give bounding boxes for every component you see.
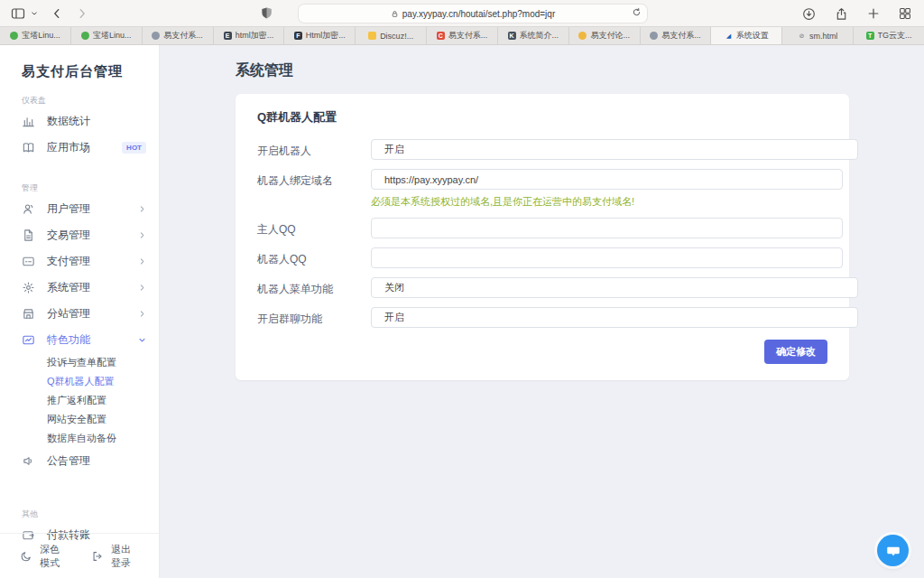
tab-favicon: ◢	[725, 32, 733, 40]
chevron-right-icon	[138, 205, 146, 213]
back-icon[interactable]	[51, 7, 63, 20]
sidebar-subitem-qq-bot-config[interactable]: Q群机器人配置	[0, 372, 159, 391]
sidebar-subitem-db-backup[interactable]: 数据库自动备份	[0, 429, 159, 448]
sidebar-item-payments[interactable]: 支付管理	[0, 248, 159, 275]
bot-qq-input[interactable]	[371, 247, 843, 268]
form-row-menu-feature: 机器人菜单功能	[257, 277, 827, 298]
tab-strip: 宝塔Linu... 宝塔Linu... 易支付系... E html加密... …	[0, 27, 924, 45]
browser-tab-7[interactable]: K 系统简介...	[498, 27, 569, 44]
browser-tab-5[interactable]: Discuz!...	[356, 27, 427, 44]
owner-qq-input[interactable]	[371, 218, 843, 238]
tab-label: 系统设置	[736, 30, 769, 42]
form-row-enable-bot: 开启机器人	[257, 139, 827, 160]
sidebar-item-stats[interactable]: 数据统计	[0, 108, 159, 135]
sidebar-toggle-icon[interactable]	[11, 6, 25, 21]
main-content: 系统管理 Q群机器人配置 开启机器人 机器人绑定域名 必须是本系统授权过的域名,…	[160, 45, 924, 578]
tab-label: 宝塔Linu...	[22, 30, 60, 42]
tab-label: 易支付论...	[590, 30, 630, 42]
bind-domain-input[interactable]	[371, 169, 843, 190]
dark-mode-label: 深色模式	[40, 543, 68, 570]
browser-tab-12[interactable]: T TG云支...	[854, 27, 924, 44]
sidebar-section-label: 其他	[0, 508, 159, 520]
sidebar-item-announcements[interactable]: 公告管理	[0, 448, 159, 474]
sidebar-item-label: 分站管理	[47, 306, 138, 322]
browser-tab-9[interactable]: 易支付系...	[641, 27, 712, 44]
sidebar-item-users[interactable]: 用户管理	[0, 196, 159, 222]
book-icon	[22, 141, 36, 155]
group-chat-input[interactable]	[371, 307, 858, 328]
sidebar-item-system[interactable]: 系统管理	[0, 275, 159, 301]
sidebar-item-label: 交易管理	[47, 228, 138, 243]
sidebar-subitem-security-config[interactable]: 网站安全配置	[0, 410, 159, 429]
feature-card-icon	[22, 333, 36, 348]
hot-badge: HOT	[122, 142, 146, 154]
dark-mode-toggle[interactable]: 深色模式	[20, 543, 68, 570]
sidebar-subitem-complaints-config[interactable]: 投诉与查单配置	[0, 353, 159, 372]
new-tab-icon[interactable]	[867, 7, 880, 20]
field-hint: 必须是本系统授权过的域名,且是你正在运营中的易支付域名!	[371, 195, 843, 209]
sidebar-item-app-market[interactable]: 应用市场 HOT	[0, 135, 159, 161]
sidebar-item-label: 支付管理	[47, 254, 138, 269]
tab-label: html加密...	[236, 30, 274, 42]
app-title: 易支付后台管理	[0, 45, 159, 80]
tab-favicon: T	[866, 32, 874, 40]
moon-icon	[20, 550, 32, 563]
tab-label: 易支付系...	[661, 30, 701, 42]
browser-tab-11[interactable]: ⊘ sm.html	[782, 27, 854, 44]
field-label: 机器人QQ	[257, 247, 371, 267]
browser-tab-3[interactable]: E html加密...	[214, 27, 285, 44]
sidebar-item-transactions[interactable]: 交易管理	[0, 222, 159, 248]
browser-tab-0[interactable]: 宝塔Linu...	[0, 27, 71, 44]
menu-feature-input[interactable]	[371, 277, 858, 298]
qq-bot-config-card: Q群机器人配置 开启机器人 机器人绑定域名 必须是本系统授权过的域名,且是你正在…	[236, 94, 849, 380]
tab-favicon: ⊘	[798, 32, 806, 40]
tab-label: TG云支...	[878, 30, 912, 42]
chevron-right-icon	[138, 257, 146, 266]
browser-tab-6[interactable]: C 易支付系...	[427, 27, 498, 44]
sidebar-item-substations[interactable]: 分站管理	[0, 301, 159, 327]
sidebar-item-label: 特色功能	[47, 332, 138, 348]
browser-tab-4[interactable]: F Html加密...	[284, 27, 356, 44]
enable-bot-input[interactable]	[371, 139, 858, 160]
sidebar-subitem-rebate-config[interactable]: 推广返利配置	[0, 391, 159, 410]
sidebar-section: 管理 用户管理 交易管理 支付管理 系统管理 分站管理 特色功能 投诉与查单配置…	[0, 182, 159, 474]
tab-label: Html加密...	[306, 30, 346, 42]
sidebar-footer: 深色模式 退出登录	[0, 533, 159, 578]
tab-label: 系统简介...	[520, 30, 559, 42]
browser-tab-1[interactable]: 宝塔Linu...	[71, 27, 143, 44]
privacy-shield-icon[interactable]	[260, 6, 273, 23]
sidebar-section: 仪表盘 数据统计 应用市场 HOT	[0, 95, 159, 161]
form-row-group-chat: 开启群聊功能	[257, 307, 827, 328]
tab-favicon: E	[224, 32, 232, 40]
logout-icon	[91, 550, 104, 563]
browser-tab-2[interactable]: 易支付系...	[143, 27, 214, 44]
users-icon	[22, 202, 36, 217]
tab-favicon	[578, 32, 587, 40]
chevron-right-icon	[138, 310, 146, 318]
tab-label: 易支付系...	[163, 30, 203, 42]
form-row-owner-qq: 主人QQ	[257, 218, 827, 238]
sidebar: 易支付后台管理 仪表盘 数据统计 应用市场 HOT 管理 用户管理 交易管理 支…	[0, 45, 160, 578]
downloads-icon[interactable]	[802, 7, 816, 21]
chevron-down-icon[interactable]	[31, 10, 38, 17]
tab-overview-icon[interactable]	[899, 7, 911, 20]
card-icon	[22, 255, 36, 269]
browser-tab-10[interactable]: ◢ 系统设置	[711, 27, 782, 44]
chat-fab-button[interactable]	[877, 535, 909, 566]
store-icon	[22, 307, 36, 322]
field-label: 机器人菜单功能	[257, 277, 371, 297]
sidebar-item-features[interactable]: 特色功能	[0, 327, 159, 353]
chat-bubble-icon	[885, 543, 901, 559]
address-bar[interactable]: pay.xyypay.cn/houtai/set.php?mod=jqr	[298, 4, 648, 23]
field-label: 主人QQ	[257, 218, 371, 238]
chevron-down-icon	[138, 336, 146, 344]
tab-favicon	[650, 32, 658, 40]
reload-icon[interactable]	[632, 7, 642, 19]
submit-button[interactable]: 确定修改	[764, 340, 827, 364]
share-icon[interactable]	[835, 7, 848, 21]
tab-label: 易支付系...	[448, 30, 488, 42]
browser-tab-8[interactable]: 易支付论...	[569, 27, 641, 44]
forward-icon[interactable]	[76, 7, 88, 20]
tab-favicon: C	[437, 32, 445, 40]
logout-button[interactable]: 退出登录	[91, 543, 139, 570]
